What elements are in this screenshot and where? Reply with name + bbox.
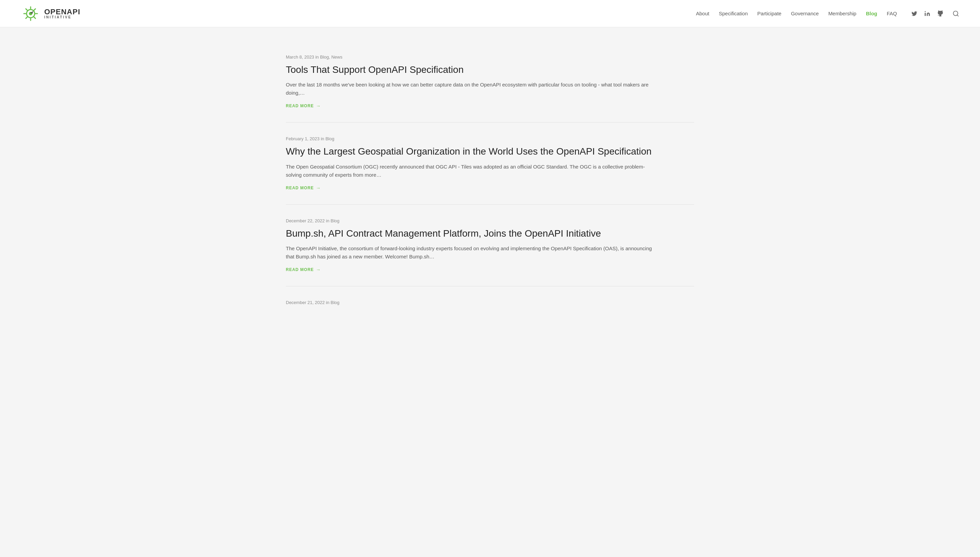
post-title-link-3[interactable]: Bump.sh, API Contract Management Platfor… (286, 228, 601, 239)
post-meta-1: March 8, 2023 in Blog, News (286, 54, 694, 60)
svg-point-10 (925, 11, 926, 12)
nav-link-faq[interactable]: FAQ (887, 11, 897, 16)
nav-link-specification[interactable]: Specification (719, 11, 748, 16)
nav-link-about[interactable]: About (696, 11, 709, 16)
site-logo[interactable]: OPENAPI INITIATIVE (20, 3, 80, 24)
twitter-icon[interactable] (910, 10, 918, 17)
blog-post-3: December 22, 2022 in Blog Bump.sh, API C… (286, 205, 694, 286)
svg-line-9 (26, 17, 27, 18)
read-more-text-1: READ MORE (286, 104, 314, 108)
post-excerpt-1: Over the last 18 months we've been looki… (286, 81, 660, 97)
nav-item-membership[interactable]: Membership (828, 11, 857, 17)
post-categories-2[interactable]: Blog (325, 136, 334, 141)
post-date-2: February 1, 2023 (286, 136, 320, 141)
read-more-link-3[interactable]: READ MORE → (286, 267, 321, 272)
logo-openapi-text: OPENAPI (44, 8, 80, 16)
post-in-4: in (326, 300, 331, 305)
svg-line-7 (34, 17, 36, 18)
post-categories-3[interactable]: Blog (331, 218, 339, 223)
post-date-1: March 8, 2023 (286, 54, 314, 60)
read-more-arrow-2: → (316, 185, 321, 191)
post-in-2: in (321, 136, 326, 141)
linkedin-icon[interactable] (923, 10, 931, 17)
post-in-3: in (326, 218, 331, 223)
logo-icon (20, 3, 41, 24)
read-more-arrow-1: → (316, 103, 321, 109)
post-title-1: Tools That Support OpenAPI Specification (286, 64, 694, 76)
svg-line-12 (957, 15, 959, 16)
svg-line-6 (26, 8, 27, 10)
nav-links-list: About Specification Participate Governan… (696, 11, 897, 17)
svg-line-8 (34, 8, 36, 10)
read-more-link-1[interactable]: READ MORE → (286, 103, 321, 109)
read-more-text-3: READ MORE (286, 267, 314, 272)
nav-item-specification[interactable]: Specification (719, 11, 748, 17)
post-in-1: in (315, 54, 320, 60)
post-meta-2: February 1, 2023 in Blog (286, 136, 694, 141)
nav-item-faq[interactable]: FAQ (887, 11, 897, 17)
logo-text-container: OPENAPI INITIATIVE (44, 8, 80, 19)
nav-item-participate[interactable]: Participate (758, 11, 782, 17)
post-title-3: Bump.sh, API Contract Management Platfor… (286, 228, 694, 240)
main-content: March 8, 2023 in Blog, News Tools That S… (265, 27, 715, 336)
blog-post-1: March 8, 2023 in Blog, News Tools That S… (286, 41, 694, 122)
post-categories-4[interactable]: Blog (331, 300, 339, 305)
post-categories-1[interactable]: Blog, News (320, 54, 342, 60)
post-excerpt-3: The OpenAPI Initiative, the consortium o… (286, 244, 660, 261)
blog-post-4: December 21, 2022 in Blog (286, 286, 694, 323)
nav-link-blog[interactable]: Blog (866, 11, 877, 16)
post-date-4: December 21, 2022 (286, 300, 325, 305)
post-title-link-2[interactable]: Why the Largest Geospatial Organization … (286, 146, 652, 156)
post-title-2: Why the Largest Geospatial Organization … (286, 145, 694, 158)
nav-link-membership[interactable]: Membership (828, 11, 857, 16)
blog-post-2: February 1, 2023 in Blog Why the Largest… (286, 122, 694, 204)
nav-link-participate[interactable]: Participate (758, 11, 782, 16)
post-meta-4: December 21, 2022 in Blog (286, 300, 694, 305)
logo-initiative-text: INITIATIVE (44, 16, 80, 19)
search-icon[interactable] (952, 10, 960, 17)
nav-link-governance[interactable]: Governance (791, 11, 819, 16)
post-meta-3: December 22, 2022 in Blog (286, 218, 694, 223)
nav-item-about[interactable]: About (696, 11, 709, 17)
post-excerpt-2: The Open Geospatial Consortium (OGC) rec… (286, 163, 660, 179)
read-more-arrow-3: → (316, 267, 321, 272)
post-title-link-1[interactable]: Tools That Support OpenAPI Specification (286, 64, 464, 75)
github-icon[interactable] (936, 10, 944, 17)
nav-item-blog[interactable]: Blog (866, 11, 877, 17)
read-more-link-2[interactable]: READ MORE → (286, 185, 321, 191)
nav-social-icons (910, 10, 960, 17)
read-more-text-2: READ MORE (286, 186, 314, 190)
nav-item-governance[interactable]: Governance (791, 11, 819, 17)
post-date-3: December 22, 2022 (286, 218, 325, 223)
main-nav: About Specification Participate Governan… (696, 10, 960, 17)
site-header: OPENAPI INITIATIVE About Specification P… (0, 0, 980, 27)
